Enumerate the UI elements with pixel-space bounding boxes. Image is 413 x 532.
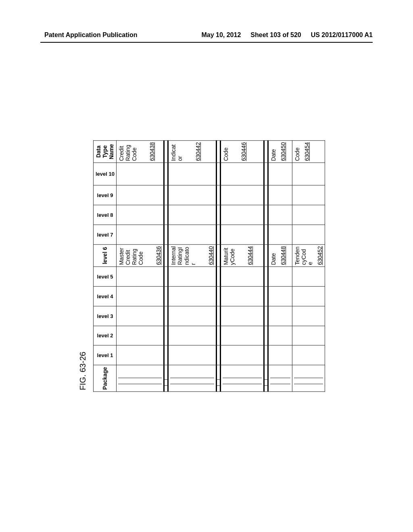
col-level-5: level 5 (93, 267, 116, 287)
ref-number: 630448 (280, 246, 286, 265)
cell-empty (168, 185, 216, 205)
cell-empty (268, 163, 292, 185)
row-separator (164, 140, 168, 391)
ref-number: 630450 (280, 142, 286, 161)
figure-table: Package level 1 level 2 level 3 level 4 … (93, 140, 325, 392)
cell-datatype: Indicator 630442 (168, 140, 216, 163)
cell-level6: MasterCreditRatingCode 630436 (116, 244, 164, 267)
cell-datatype: Date 630450 (268, 140, 292, 163)
cell-level6: Date 630448 (268, 244, 292, 267)
cell-empty (268, 185, 292, 205)
cell-datatype: Code 630446 (220, 140, 264, 163)
cell-empty (168, 225, 216, 245)
cell-package (168, 365, 216, 392)
col-level-4: level 4 (93, 287, 116, 306)
cell-empty (292, 205, 325, 225)
cell-empty (220, 287, 264, 306)
cell-empty (116, 345, 164, 365)
cell-level6: TendencyCode 630452 (292, 244, 325, 267)
cell-empty (168, 306, 216, 326)
table-row: MasterCreditRatingCode 630436 CreditRati… (116, 140, 164, 391)
col-level-8: level 8 (93, 205, 116, 225)
col-level-10: level 10 (93, 163, 116, 185)
cell-empty (220, 163, 264, 185)
cell-empty (168, 163, 216, 185)
ref-number: 630440 (208, 246, 214, 265)
col-level-6: level 6 (93, 244, 116, 267)
table-row: InternalRatingIndicator 630440 Indicator… (168, 140, 216, 391)
cell-empty (292, 267, 325, 287)
ref-number: 630452 (317, 246, 323, 265)
ref-number: 630444 (247, 246, 253, 265)
cell-empty (116, 163, 164, 185)
cell-empty (268, 345, 292, 365)
col-level-1: level 1 (93, 345, 116, 365)
figure-label: FIG. 63-26 (78, 140, 88, 390)
cell-empty (116, 225, 164, 245)
cell-empty (116, 185, 164, 205)
header-rule (40, 42, 373, 43)
cell-empty (268, 205, 292, 225)
cell-empty (168, 326, 216, 345)
cell-empty (116, 287, 164, 306)
cell-datatype: CreditRatingCode 630438 (116, 140, 164, 163)
cell-empty (168, 287, 216, 306)
cell-level6: MaturityCode 630444 (220, 244, 264, 267)
cell-empty (268, 267, 292, 287)
ref-number: 630438 (149, 142, 155, 161)
ref-number: 630442 (195, 142, 201, 161)
col-datatype: Data Type Name (93, 140, 116, 163)
cell-empty (292, 287, 325, 306)
row-separator (264, 140, 268, 391)
cell-empty (268, 326, 292, 345)
cell-empty (116, 267, 164, 287)
col-level-7: level 7 (93, 225, 116, 245)
row-separator (216, 140, 220, 391)
cell-empty (292, 185, 325, 205)
cell-empty (268, 225, 292, 245)
table-row: TendencyCode 630452 Code 630454 (292, 140, 325, 391)
cell-empty (268, 287, 292, 306)
pub-label: Patent Application Publication (44, 31, 138, 39)
ref-number: 630446 (240, 142, 247, 161)
table-header-row: Package level 1 level 2 level 3 level 4 … (93, 140, 116, 391)
cell-empty (116, 306, 164, 326)
cell-empty (220, 225, 264, 245)
ref-number: 630436 (155, 246, 162, 265)
cell-datatype: Code 630454 (292, 140, 325, 163)
col-level-2: level 2 (93, 326, 116, 345)
cell-empty (292, 163, 325, 185)
cell-empty (220, 185, 264, 205)
cell-empty (116, 205, 164, 225)
table-row: MaturityCode 630444 Code 630446 (220, 140, 264, 391)
cell-empty (168, 205, 216, 225)
pub-number: US 2012/0117000 A1 (311, 31, 373, 39)
cell-empty (268, 306, 292, 326)
page-header: Patent Application Publication May 10, 2… (0, 31, 413, 42)
cell-empty (220, 345, 264, 365)
sheet-number: Sheet 103 of 520 (250, 31, 301, 39)
cell-empty (292, 225, 325, 245)
cell-empty (168, 345, 216, 365)
col-package: Package (93, 365, 116, 392)
pub-date: May 10, 2012 (201, 31, 241, 39)
ref-number: 630454 (304, 142, 310, 161)
cell-empty (292, 306, 325, 326)
cell-empty (220, 267, 264, 287)
cell-package (116, 365, 164, 392)
cell-empty (220, 326, 264, 345)
col-level-9: level 9 (93, 185, 116, 205)
cell-empty (292, 345, 325, 365)
cell-package (220, 365, 264, 392)
cell-empty (220, 205, 264, 225)
table-row: Date 630448 Date 630450 (268, 140, 292, 391)
cell-empty (292, 326, 325, 345)
cell-empty (220, 306, 264, 326)
cell-level6: InternalRatingIndicator 630440 (168, 244, 216, 267)
figure-container: FIG. 63-26 Package level 1 level 2 level… (78, 140, 325, 392)
cell-package (292, 365, 325, 392)
col-level-3: level 3 (93, 306, 116, 326)
cell-empty (116, 326, 164, 345)
cell-package (268, 365, 292, 392)
cell-empty (168, 267, 216, 287)
